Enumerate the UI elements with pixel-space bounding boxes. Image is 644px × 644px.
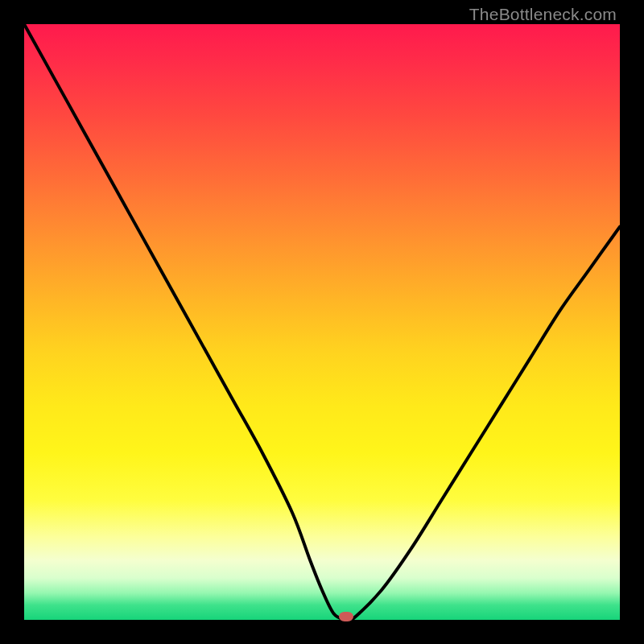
plot-area [24,24,620,620]
curve-path [24,24,620,622]
bottleneck-curve [24,24,620,620]
optimal-point-marker [339,612,353,621]
chart-frame: TheBottleneck.com [0,0,644,644]
watermark-text: TheBottleneck.com [469,5,617,24]
